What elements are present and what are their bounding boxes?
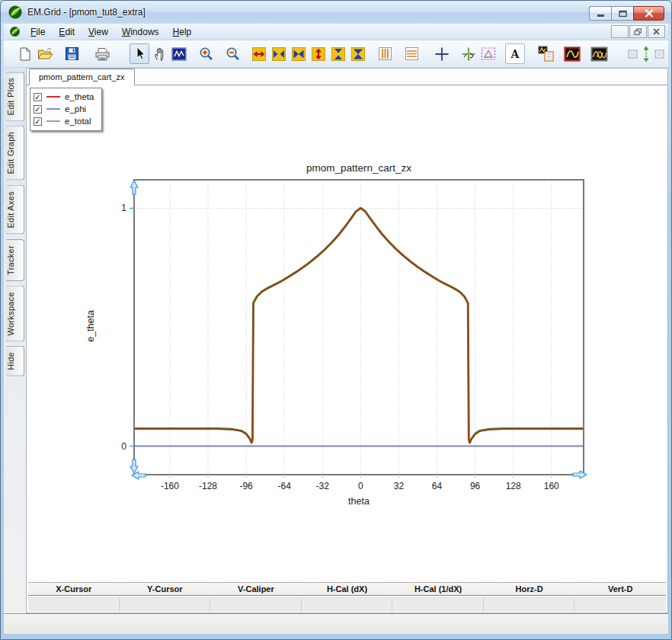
close-icon: [645, 9, 654, 18]
application-window: EM.Grid - [pmom_tut8_extra] File Edit: [0, 0, 672, 640]
tool-vertical-grid[interactable]: [375, 43, 395, 64]
y-axis-label: e_theta: [85, 303, 96, 349]
tool-zoom-in[interactable]: [196, 43, 216, 64]
h-bowtie-icon: [291, 46, 306, 62]
legend-row-e-theta: ✓ e_theta: [34, 91, 94, 103]
mdi-close-button[interactable]: [648, 25, 665, 38]
svg-text:-64: -64: [278, 481, 292, 491]
tool-new-file[interactable]: [15, 43, 35, 64]
text-annotation-icon: A: [511, 48, 520, 60]
tool-zoom-out[interactable]: [222, 43, 242, 64]
menu-help[interactable]: Help: [166, 24, 199, 40]
tool-open-file[interactable]: [35, 43, 55, 64]
status-bar: [4, 613, 668, 634]
svg-text:-160: -160: [161, 481, 179, 491]
value-x-cursor: [28, 598, 120, 612]
tab-pmom-pattern-cart-zx[interactable]: pmom_pattern_cart_zx: [29, 69, 135, 85]
header-h-cal-1dx: H-Cal (1/dX): [392, 584, 484, 594]
tool-v-bowtie[interactable]: [348, 43, 368, 64]
tool-edit-graph[interactable]: [562, 43, 582, 64]
tool-h-bowtie[interactable]: [289, 43, 309, 64]
sidebar-tab-workspace[interactable]: Workspace: [6, 286, 24, 342]
save-icon: [65, 46, 79, 61]
tool-tracker[interactable]: [459, 43, 478, 64]
tool-print[interactable]: [92, 43, 112, 64]
legend-swatch-e-total: [46, 120, 60, 122]
mdi-restore-button[interactable]: [629, 25, 647, 38]
mdi-minimize-button[interactable]: [611, 25, 629, 38]
sidebar-tab-edit-graph[interactable]: Edit Graph: [6, 126, 24, 181]
mdi-close-icon: [653, 28, 660, 35]
tool-horizontal-grid[interactable]: [402, 43, 421, 64]
legend-swatch-e-theta: [46, 96, 60, 98]
horizontal-grid-icon: [405, 46, 419, 61]
tool-v-split[interactable]: [626, 43, 666, 64]
close-button[interactable]: [633, 6, 664, 21]
menu-file[interactable]: File: [24, 24, 52, 40]
v-expand-icon: [311, 46, 326, 62]
edit-graph-icon: [564, 46, 581, 62]
svg-text:96: 96: [470, 481, 481, 491]
plot-svg[interactable]: 01-160-128-96-64-320326496128160pmom_pat…: [111, 162, 614, 523]
menu-view[interactable]: View: [82, 24, 115, 40]
document-panel: pmom_pattern_cart_zx ✓ e_theta ✓ e_phi: [26, 68, 668, 613]
maximize-icon: [619, 10, 627, 18]
print-icon: [94, 46, 110, 62]
legend-checkbox-e-phi[interactable]: ✓: [34, 105, 42, 114]
maximize-button[interactable]: [611, 6, 633, 21]
document-logo-icon: [9, 26, 21, 37]
window-title: EM.Grid - [pmom_tut8_extra]: [27, 7, 146, 18]
legend-label-e-total: e_total: [65, 117, 91, 126]
legend-row-e-total: ✓ e_total: [34, 115, 94, 127]
tool-caliper[interactable]: [478, 43, 498, 64]
new-file-icon: [18, 46, 33, 62]
svg-text:-32: -32: [316, 481, 330, 491]
tool-h-expand[interactable]: [249, 43, 269, 64]
zoom-window-icon: [171, 47, 187, 61]
title-bar[interactable]: EM.Grid - [pmom_tut8_extra]: [1, 1, 671, 24]
menu-bar: File Edit View Windows Help: [4, 24, 668, 40]
tool-v-expand[interactable]: [309, 43, 328, 64]
sidebar-tab-tracker[interactable]: Tracker: [6, 239, 24, 281]
tool-plot-legend[interactable]: [536, 43, 555, 64]
legend-row-e-phi: ✓ e_phi: [34, 103, 94, 115]
legend-checkbox-e-theta[interactable]: ✓: [34, 93, 42, 101]
sidebar-tab-edit-axes[interactable]: Edit Axes: [6, 185, 24, 235]
plot-canvas[interactable]: ✓ e_theta ✓ e_phi ✓ e_total: [27, 85, 667, 613]
legend-checkbox-e-total[interactable]: ✓: [34, 117, 42, 126]
tool-text-annotation[interactable]: A: [505, 43, 525, 64]
document-tab-bar: pmom_pattern_cart_zx: [27, 69, 667, 85]
menu-windows[interactable]: Windows: [115, 24, 166, 40]
cursor-table-values: [28, 597, 666, 612]
cursor-table-header: X-Cursor Y-Cursor V-Caliper H-Cal (dX) H…: [28, 582, 666, 596]
vertical-grid-icon: [378, 46, 392, 61]
tool-v-arrows[interactable]: [328, 43, 348, 64]
tool-h-compress[interactable]: [269, 43, 289, 64]
mdi-minimize-icon: [616, 28, 623, 35]
legend-box[interactable]: ✓ e_theta ✓ e_phi ✓ e_total: [30, 88, 102, 131]
svg-text:32: 32: [394, 481, 405, 491]
select-arrow-icon: [133, 46, 146, 61]
svg-text:pmom_pattern_cart_zx: pmom_pattern_cart_zx: [306, 162, 411, 174]
tool-save[interactable]: [62, 43, 82, 64]
sidebar-tab-hide[interactable]: Hide: [6, 346, 24, 376]
minimize-icon: [597, 14, 604, 17]
svg-text:0: 0: [121, 441, 126, 452]
h-compress-icon: [271, 46, 286, 62]
v-bowtie-icon: [350, 46, 366, 62]
menu-edit[interactable]: Edit: [52, 24, 82, 40]
header-vert-d: Vert-D: [574, 584, 666, 594]
tool-zoom-window[interactable]: [169, 43, 189, 64]
tool-cross-cursor[interactable]: [432, 43, 452, 64]
main-area: Edit Plots Edit Graph Edit Axes Tracker …: [4, 68, 668, 613]
value-horz-d: [484, 598, 575, 612]
sidebar-tab-edit-plots[interactable]: Edit Plots: [6, 72, 24, 121]
zoom-out-icon: [226, 46, 240, 61]
tool-multi-graph[interactable]: [589, 43, 609, 64]
minimize-button[interactable]: [589, 6, 611, 21]
value-vert-d: [574, 598, 666, 612]
tool-pan[interactable]: [149, 43, 169, 64]
value-h-cal-dx: [302, 598, 393, 612]
tool-select[interactable]: [130, 43, 149, 64]
multi-graph-icon: [590, 46, 608, 62]
